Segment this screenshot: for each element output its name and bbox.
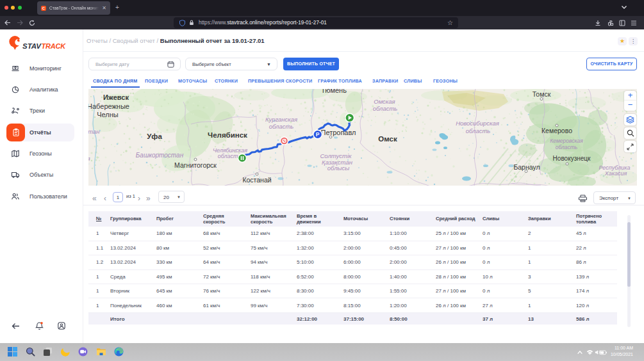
svg-text:облысы: облысы	[327, 164, 350, 172]
svg-text:Новосибирская: Новосибирская	[456, 120, 499, 127]
svg-text:Томск: Томск	[533, 90, 551, 98]
svg-text:TRACK: TRACK	[42, 42, 67, 50]
svg-text:Курганская: Курганская	[265, 116, 297, 123]
svg-text:я: я	[88, 155, 90, 162]
svg-text:Тюмень: Тюмень	[321, 89, 347, 94]
svg-text:Набережные: Набережные	[88, 102, 129, 110]
svg-text:Ижевск: Ижевск	[103, 93, 129, 101]
svg-text:Хакасия: Хакасия	[604, 170, 627, 177]
svg-text:стан: стан	[88, 128, 100, 135]
svg-text:Магнитогорск: Магнитогорск	[174, 161, 217, 169]
svg-text:Петропавл: Петропавл	[320, 129, 356, 136]
svg-text:P: P	[316, 131, 320, 138]
svg-text:Челябинск: Челябинск	[208, 131, 247, 139]
svg-text:Омская: Омская	[374, 98, 395, 105]
svg-text:Челны: Челны	[97, 111, 119, 118]
svg-text:Костанай: Костанай	[242, 176, 271, 184]
svg-text:Новокузнецк: Новокузнецк	[553, 155, 591, 162]
svg-text:STAV: STAV	[22, 42, 42, 50]
svg-text:Кемерово: Кемерово	[541, 127, 572, 134]
svg-text:Башкортостан: Башкортостан	[136, 152, 184, 159]
svg-text:Уфа: Уфа	[147, 132, 162, 140]
svg-text:область: область	[269, 123, 294, 130]
svg-text:Кемеровская: Кемеровская	[550, 138, 583, 144]
svg-text:Барнаул: Барнаул	[513, 163, 540, 171]
svg-text:Омск: Омск	[378, 135, 397, 143]
svg-text:область: область	[556, 144, 578, 150]
svg-text:область: область	[373, 105, 398, 112]
svg-text:область: область	[466, 127, 491, 134]
